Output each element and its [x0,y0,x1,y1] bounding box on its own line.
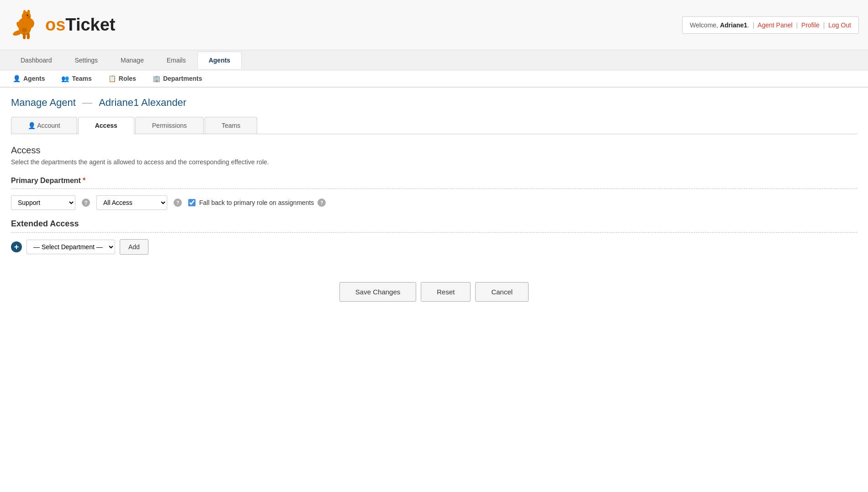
cancel-button[interactable]: Cancel [475,282,529,302]
profile-link[interactable]: Profile [801,21,820,29]
subnav-roles-label: Roles [119,75,136,82]
logo: osTicket [9,8,116,42]
welcome-area: Welcome, Adriane1. | Agent Panel | Profi… [682,16,859,34]
primary-dept-label: Primary Department * [11,177,857,185]
fallback-checkbox-row: Fall back to primary role on assignments… [188,199,326,207]
nav-dashboard[interactable]: Dashboard [9,52,64,69]
tab-permissions[interactable]: Permissions [135,117,204,134]
access-section: Access Select the departments the agent … [11,145,857,166]
role-select[interactable]: All Access View Only Expanded Access Lim… [96,195,167,210]
extended-access-group: Extended Access + — Select Department — … [11,219,857,255]
page-title: Manage Agent — Adriane1 Alexander [11,97,857,109]
subnav-agents-label: Agents [23,75,45,82]
subnav-departments-label: Departments [163,75,202,82]
subnav-agents[interactable]: 👤 Agents [9,73,48,84]
teams-icon: 👥 [61,75,69,82]
sub-nav: 👤 Agents 👥 Teams 📋 Roles 🏢 Departments [0,70,868,88]
subnav-roles[interactable]: 📋 Roles [105,73,140,84]
svg-point-5 [27,16,31,18]
svg-point-10 [21,28,27,32]
tab-teams[interactable]: Teams [205,117,257,134]
agent-name: Adriane1 Alexander [99,97,186,108]
username: Adriane1 [720,21,747,29]
welcome-text: Welcome, [690,21,720,29]
agents-icon: 👤 [13,75,21,82]
logout-link[interactable]: Log Out [828,21,851,29]
tab-teams-label: Teams [222,122,240,129]
logo-text: osTicket [45,15,116,35]
access-section-desc: Select the departments the agent is allo… [11,158,857,166]
tab-permissions-label: Permissions [152,122,187,129]
save-button[interactable]: Save Changes [339,282,416,302]
tab-access-label: Access [95,122,117,129]
extended-divider [11,232,857,233]
nav-agents[interactable]: Agents [197,52,242,69]
svg-point-3 [27,10,30,14]
departments-icon: 🏢 [153,75,160,82]
fallback-help-icon[interactable]: ? [318,199,326,207]
subnav-teams-label: Teams [72,75,91,82]
department-select[interactable]: Support Level I Support Level II Support… [11,195,75,210]
access-section-title: Access [11,145,857,156]
primary-department-group: Primary Department * Support Level I Sup… [11,177,857,210]
subnav-departments[interactable]: 🏢 Departments [149,73,206,84]
fallback-label: Fall back to primary role on assignments [199,199,314,206]
extended-access-label: Extended Access [11,219,857,229]
tab-access[interactable]: Access [78,117,134,134]
roles-icon: 📋 [108,75,116,82]
save-area: Save Changes Reset Cancel [11,282,857,320]
nav-manage[interactable]: Manage [109,52,155,69]
fallback-checkbox[interactable] [188,199,196,206]
add-button[interactable]: Add [120,239,148,255]
reset-button[interactable]: Reset [421,282,471,302]
nav-emails[interactable]: Emails [155,52,197,69]
title-dash: — [82,97,92,108]
tab-account[interactable]: 👤 Account [11,117,77,134]
dept-help-icon[interactable]: ? [82,199,90,207]
svg-rect-9 [27,33,30,39]
account-icon: 👤 [28,122,36,129]
svg-point-4 [26,15,28,16]
svg-rect-8 [23,33,26,39]
extended-row: + — Select Department — Level I Support … [11,239,857,255]
manage-agent-label: Manage Agent [11,97,76,108]
nav-settings[interactable]: Settings [64,52,110,69]
agent-panel-link[interactable]: Agent Panel [757,21,792,29]
subnav-teams[interactable]: 👥 Teams [58,73,95,84]
extended-dept-select[interactable]: — Select Department — Level I Support Le… [26,240,115,254]
tabs: 👤 Account Access Permissions Teams [11,117,857,134]
primary-dept-row: Support Level I Support Level II Support… [11,195,857,210]
tab-account-label: Account [37,122,60,129]
page-header: osTicket Welcome, Adriane1. | Agent Pane… [0,0,868,50]
role-help-icon[interactable]: ? [174,199,182,207]
required-star: * [83,177,85,185]
svg-point-2 [23,10,26,15]
page-content: Manage Agent — Adriane1 Alexander 👤 Acco… [0,88,868,329]
top-nav: Dashboard Settings Manage Emails Agents [0,50,868,70]
add-dept-icon-button[interactable]: + [11,241,22,252]
divider [11,188,857,189]
kangaroo-icon [9,8,43,42]
